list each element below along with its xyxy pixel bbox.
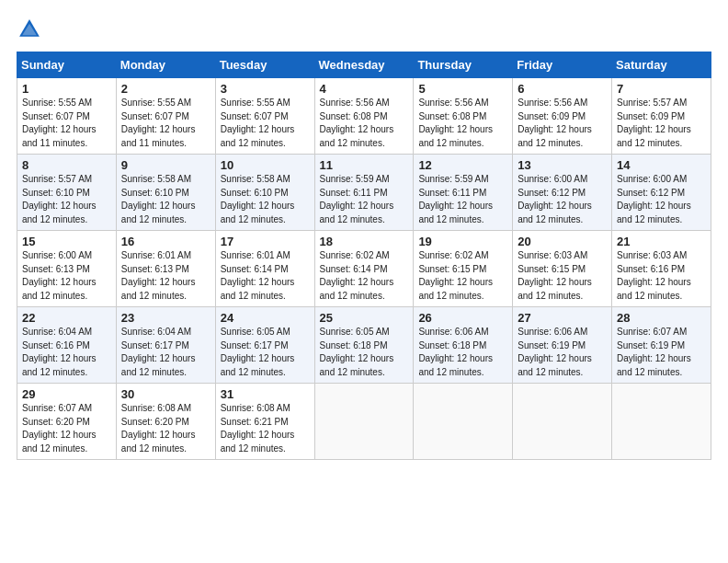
- sunset-label: Sunset: 6:18 PM: [418, 340, 486, 350]
- day-info: Sunrise: 5:58 AM Sunset: 6:10 PM Dayligh…: [121, 173, 210, 226]
- sunset-label: Sunset: 6:13 PM: [22, 264, 90, 274]
- calendar-day-cell: 11 Sunrise: 5:59 AM Sunset: 6:11 PM Dayl…: [314, 155, 414, 231]
- page: SundayMondayTuesdayWednesdayThursdayFrid…: [0, 0, 728, 563]
- sunrise-label: Sunrise: 6:04 AM: [22, 327, 92, 337]
- daylight-minutes: and 12 minutes.: [22, 291, 87, 301]
- calendar-day-cell: 9 Sunrise: 5:58 AM Sunset: 6:10 PM Dayli…: [116, 155, 215, 231]
- day-of-week-header: Monday: [116, 52, 215, 78]
- sunset-label: Sunset: 6:21 PM: [221, 417, 289, 427]
- daylight-minutes: and 12 minutes.: [418, 138, 483, 148]
- sunrise-label: Sunrise: 5:59 AM: [418, 174, 488, 184]
- sunrise-label: Sunrise: 5:57 AM: [617, 98, 687, 108]
- calendar-day-cell: 17 Sunrise: 6:01 AM Sunset: 6:14 PM Dayl…: [215, 231, 314, 307]
- day-info: Sunrise: 5:56 AM Sunset: 6:08 PM Dayligh…: [418, 97, 507, 150]
- sunset-label: Sunset: 6:18 PM: [320, 340, 388, 350]
- calendar-day-cell: 14 Sunrise: 6:00 AM Sunset: 6:12 PM Dayl…: [612, 155, 711, 231]
- calendar-day-cell: 1 Sunrise: 5:55 AM Sunset: 6:07 PM Dayli…: [17, 78, 117, 155]
- calendar-day-cell: [414, 384, 513, 460]
- daylight-minutes: and 12 minutes.: [121, 291, 187, 301]
- sunset-label: Sunset: 6:19 PM: [617, 340, 685, 350]
- day-info: Sunrise: 5:58 AM Sunset: 6:10 PM Dayligh…: [221, 173, 310, 226]
- logo-icon: [17, 17, 42, 42]
- sunrise-label: Sunrise: 6:07 AM: [617, 327, 687, 337]
- day-info: Sunrise: 6:04 AM Sunset: 6:17 PM Dayligh…: [121, 326, 210, 379]
- sunset-label: Sunset: 6:10 PM: [22, 188, 90, 198]
- calendar-day-cell: 2 Sunrise: 5:55 AM Sunset: 6:07 PM Dayli…: [116, 78, 215, 155]
- daylight-minutes: and 12 minutes.: [418, 291, 483, 301]
- daylight-minutes: and 12 minutes.: [121, 443, 187, 454]
- daylight-minutes: and 12 minutes.: [320, 214, 385, 224]
- day-info: Sunrise: 6:00 AM Sunset: 6:12 PM Dayligh…: [617, 173, 706, 226]
- day-info: Sunrise: 6:08 AM Sunset: 6:21 PM Dayligh…: [221, 402, 310, 455]
- sunrise-label: Sunrise: 5:58 AM: [221, 174, 290, 184]
- sunrise-label: Sunrise: 6:06 AM: [518, 327, 587, 337]
- header: [17, 17, 711, 42]
- calendar-week-row: 1 Sunrise: 5:55 AM Sunset: 6:07 PM Dayli…: [17, 78, 711, 155]
- calendar-day-cell: 18 Sunrise: 6:02 AM Sunset: 6:14 PM Dayl…: [314, 231, 414, 307]
- day-number: 26: [418, 311, 507, 325]
- day-info: Sunrise: 6:06 AM Sunset: 6:18 PM Dayligh…: [418, 326, 507, 379]
- sunset-label: Sunset: 6:12 PM: [617, 188, 685, 198]
- day-of-week-header: Wednesday: [314, 52, 414, 78]
- sunrise-label: Sunrise: 5:55 AM: [22, 98, 92, 108]
- day-number: 29: [22, 387, 111, 401]
- daylight-minutes: and 12 minutes.: [418, 367, 483, 377]
- day-number: 27: [518, 311, 607, 325]
- sunset-label: Sunset: 6:14 PM: [320, 264, 388, 274]
- calendar-day-cell: 23 Sunrise: 6:04 AM Sunset: 6:17 PM Dayl…: [116, 307, 215, 384]
- sunset-label: Sunset: 6:14 PM: [221, 264, 289, 274]
- daylight-label: Daylight: 12 hours: [320, 353, 394, 363]
- sunset-label: Sunset: 6:16 PM: [617, 264, 685, 274]
- sunrise-label: Sunrise: 5:55 AM: [121, 98, 191, 108]
- calendar-day-cell: 19 Sunrise: 6:02 AM Sunset: 6:15 PM Dayl…: [414, 231, 513, 307]
- daylight-minutes: and 12 minutes.: [22, 214, 87, 224]
- day-number: 18: [320, 235, 409, 248]
- calendar-day-cell: 25 Sunrise: 6:05 AM Sunset: 6:18 PM Dayl…: [314, 307, 414, 384]
- day-info: Sunrise: 5:59 AM Sunset: 6:11 PM Dayligh…: [418, 173, 507, 226]
- calendar-day-cell: 15 Sunrise: 6:00 AM Sunset: 6:13 PM Dayl…: [17, 231, 117, 307]
- daylight-label: Daylight: 12 hours: [418, 201, 493, 211]
- day-of-week-header: Sunday: [17, 52, 117, 78]
- calendar-day-cell: 20 Sunrise: 6:03 AM Sunset: 6:15 PM Dayl…: [513, 231, 612, 307]
- day-info: Sunrise: 6:01 AM Sunset: 6:14 PM Dayligh…: [221, 249, 310, 303]
- day-number: 2: [121, 82, 210, 96]
- daylight-label: Daylight: 12 hours: [617, 353, 691, 363]
- daylight-minutes: and 11 minutes.: [121, 138, 187, 148]
- sunset-label: Sunset: 6:08 PM: [320, 111, 388, 121]
- daylight-label: Daylight: 12 hours: [121, 277, 196, 287]
- calendar-day-cell: 3 Sunrise: 5:55 AM Sunset: 6:07 PM Dayli…: [215, 78, 314, 155]
- daylight-minutes: and 12 minutes.: [22, 367, 87, 377]
- sunrise-label: Sunrise: 6:01 AM: [121, 250, 191, 260]
- calendar-week-row: 8 Sunrise: 5:57 AM Sunset: 6:10 PM Dayli…: [17, 155, 711, 231]
- day-number: 20: [518, 235, 607, 248]
- sunrise-label: Sunrise: 6:07 AM: [22, 403, 92, 413]
- daylight-minutes: and 12 minutes.: [221, 138, 286, 148]
- day-of-week-header: Friday: [513, 52, 612, 78]
- calendar-day-cell: 13 Sunrise: 6:00 AM Sunset: 6:12 PM Dayl…: [513, 155, 612, 231]
- daylight-label: Daylight: 12 hours: [617, 201, 691, 211]
- day-info: Sunrise: 5:57 AM Sunset: 6:09 PM Dayligh…: [617, 97, 706, 150]
- sunrise-label: Sunrise: 6:00 AM: [518, 174, 587, 184]
- daylight-label: Daylight: 12 hours: [22, 201, 97, 211]
- daylight-minutes: and 12 minutes.: [518, 138, 583, 148]
- sunset-label: Sunset: 6:11 PM: [418, 188, 486, 198]
- day-number: 14: [617, 158, 706, 172]
- day-info: Sunrise: 6:07 AM Sunset: 6:19 PM Dayligh…: [617, 326, 706, 379]
- calendar-week-row: 29 Sunrise: 6:07 AM Sunset: 6:20 PM Dayl…: [17, 384, 711, 460]
- daylight-label: Daylight: 12 hours: [518, 124, 592, 134]
- sunset-label: Sunset: 6:07 PM: [221, 111, 289, 121]
- day-info: Sunrise: 6:02 AM Sunset: 6:14 PM Dayligh…: [320, 249, 409, 303]
- day-number: 9: [121, 158, 210, 172]
- day-info: Sunrise: 5:55 AM Sunset: 6:07 PM Dayligh…: [221, 97, 310, 150]
- daylight-minutes: and 12 minutes.: [418, 214, 483, 224]
- daylight-label: Daylight: 12 hours: [121, 353, 196, 363]
- sunrise-label: Sunrise: 6:04 AM: [121, 327, 191, 337]
- sunset-label: Sunset: 6:07 PM: [22, 111, 90, 121]
- daylight-label: Daylight: 12 hours: [418, 353, 493, 363]
- day-number: 19: [418, 235, 507, 248]
- day-number: 31: [221, 387, 310, 401]
- day-info: Sunrise: 5:55 AM Sunset: 6:07 PM Dayligh…: [121, 97, 210, 150]
- sunrise-label: Sunrise: 6:03 AM: [617, 250, 687, 260]
- day-number: 8: [22, 158, 111, 172]
- sunset-label: Sunset: 6:10 PM: [121, 188, 189, 198]
